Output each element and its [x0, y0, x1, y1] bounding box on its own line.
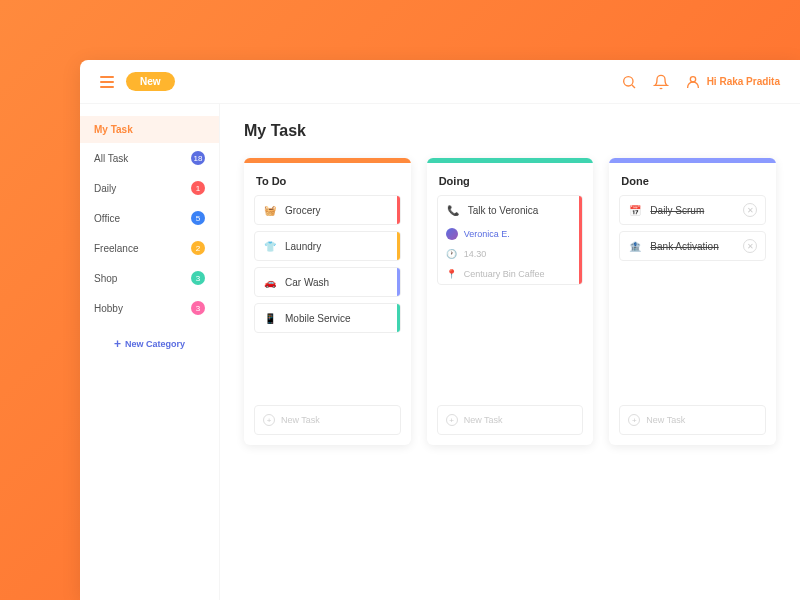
car-icon: 🚗	[263, 275, 277, 289]
user-menu[interactable]: Hi Raka Pradita	[685, 74, 780, 90]
column-title: Done	[609, 163, 776, 195]
board: To Do 🧺Grocery 👕Laundry 🚗Car Wash 📱Mobil…	[244, 158, 776, 445]
column-todo: To Do 🧺Grocery 👕Laundry 🚗Car Wash 📱Mobil…	[244, 158, 411, 445]
new-task-label: New Task	[281, 415, 320, 425]
task-card[interactable]: 📞Talk to Veronica Veronica E. 🕐14.30 📍Ce…	[437, 195, 584, 285]
column-doing: Doing 📞Talk to Veronica Veronica E. 🕐14.…	[427, 158, 594, 445]
svg-point-0	[623, 76, 632, 85]
column-done: Done 📅Daily Scrum✕ 🏦Bank Activation✕ +Ne…	[609, 158, 776, 445]
task-card-done[interactable]: 🏦Bank Activation✕	[619, 231, 766, 261]
card-location: 📍Centuary Bin Caffee	[438, 264, 583, 284]
badge: 5	[191, 211, 205, 225]
task-card[interactable]: 🚗Car Wash	[254, 267, 401, 297]
sidebar-label: My Task	[94, 124, 133, 135]
clock-icon: 🕐	[446, 248, 458, 260]
task-card[interactable]: 🧺Grocery	[254, 195, 401, 225]
pin-icon: 📍	[446, 268, 458, 280]
new-button[interactable]: New	[126, 72, 175, 91]
body: My Task All Task18 Daily1 Office5 Freela…	[80, 104, 800, 600]
badge: 2	[191, 241, 205, 255]
sidebar-item-mytask[interactable]: My Task	[80, 116, 219, 143]
new-task-label: New Task	[646, 415, 685, 425]
sidebar-item-office[interactable]: Office5	[80, 203, 219, 233]
hamburger-icon[interactable]	[100, 76, 114, 88]
sidebar-item-hobby[interactable]: Hobby3	[80, 293, 219, 323]
basket-icon: 🧺	[263, 203, 277, 217]
mobile-icon: 📱	[263, 311, 277, 325]
card-stripe	[579, 196, 582, 284]
topbar: New Hi Raka Pradita	[80, 60, 800, 104]
sidebar-label: Freelance	[94, 243, 138, 254]
badge: 1	[191, 181, 205, 195]
shirt-icon: 👕	[263, 239, 277, 253]
topbar-right: Hi Raka Pradita	[621, 74, 780, 90]
new-task-button[interactable]: +New Task	[254, 405, 401, 435]
card-stripe	[397, 232, 400, 260]
close-icon[interactable]: ✕	[743, 203, 757, 217]
sidebar-label: All Task	[94, 153, 128, 164]
new-category-button[interactable]: +New Category	[80, 323, 219, 365]
user-icon	[685, 74, 701, 90]
task-card-done[interactable]: 📅Daily Scrum✕	[619, 195, 766, 225]
plus-icon: +	[114, 337, 121, 351]
sidebar-item-daily[interactable]: Daily1	[80, 173, 219, 203]
column-body: 🧺Grocery 👕Laundry 🚗Car Wash 📱Mobile Serv…	[244, 195, 411, 395]
card-stripe	[397, 304, 400, 332]
plus-circle-icon: +	[263, 414, 275, 426]
plus-circle-icon: +	[628, 414, 640, 426]
column-title: To Do	[244, 163, 411, 195]
svg-point-2	[690, 76, 695, 81]
sidebar-item-shop[interactable]: Shop3	[80, 263, 219, 293]
column-body: 📞Talk to Veronica Veronica E. 🕐14.30 📍Ce…	[427, 195, 594, 395]
bank-icon: 🏦	[628, 239, 642, 253]
new-task-label: New Task	[464, 415, 503, 425]
sidebar-label: Daily	[94, 183, 116, 194]
card-time: 🕐14.30	[438, 244, 583, 264]
sidebar-label: Hobby	[94, 303, 123, 314]
close-icon[interactable]: ✕	[743, 239, 757, 253]
search-icon[interactable]	[621, 74, 637, 90]
new-category-label: New Category	[125, 339, 185, 349]
greeting-text: Hi Raka Pradita	[707, 76, 780, 87]
svg-line-1	[632, 85, 635, 88]
sidebar-label: Shop	[94, 273, 117, 284]
sidebar: My Task All Task18 Daily1 Office5 Freela…	[80, 104, 220, 600]
phone-icon: 📞	[446, 203, 460, 217]
new-task-button[interactable]: +New Task	[619, 405, 766, 435]
task-card[interactable]: 👕Laundry	[254, 231, 401, 261]
page-title: My Task	[244, 122, 776, 140]
card-label: Car Wash	[285, 277, 329, 288]
card-label: Bank Activation	[650, 241, 718, 252]
calendar-icon: 📅	[628, 203, 642, 217]
avatar	[446, 228, 458, 240]
task-card[interactable]: 📱Mobile Service	[254, 303, 401, 333]
column-body: 📅Daily Scrum✕ 🏦Bank Activation✕	[609, 195, 776, 395]
card-label: Daily Scrum	[650, 205, 704, 216]
sidebar-item-alltask[interactable]: All Task18	[80, 143, 219, 173]
app-window: New Hi Raka Pradita My Task All Task18 D…	[80, 60, 800, 600]
main: My Task To Do 🧺Grocery 👕Laundry 🚗Car Was…	[220, 104, 800, 600]
bell-icon[interactable]	[653, 74, 669, 90]
card-label: Grocery	[285, 205, 321, 216]
card-stripe	[397, 196, 400, 224]
new-task-button[interactable]: +New Task	[437, 405, 584, 435]
badge: 3	[191, 301, 205, 315]
sidebar-label: Office	[94, 213, 120, 224]
column-title: Doing	[427, 163, 594, 195]
sidebar-item-freelance[interactable]: Freelance2	[80, 233, 219, 263]
card-person: Veronica E.	[438, 224, 583, 244]
card-stripe	[397, 268, 400, 296]
badge: 3	[191, 271, 205, 285]
plus-circle-icon: +	[446, 414, 458, 426]
card-label: Laundry	[285, 241, 321, 252]
badge: 18	[191, 151, 205, 165]
card-label: Talk to Veronica	[468, 205, 539, 216]
card-label: Mobile Service	[285, 313, 351, 324]
